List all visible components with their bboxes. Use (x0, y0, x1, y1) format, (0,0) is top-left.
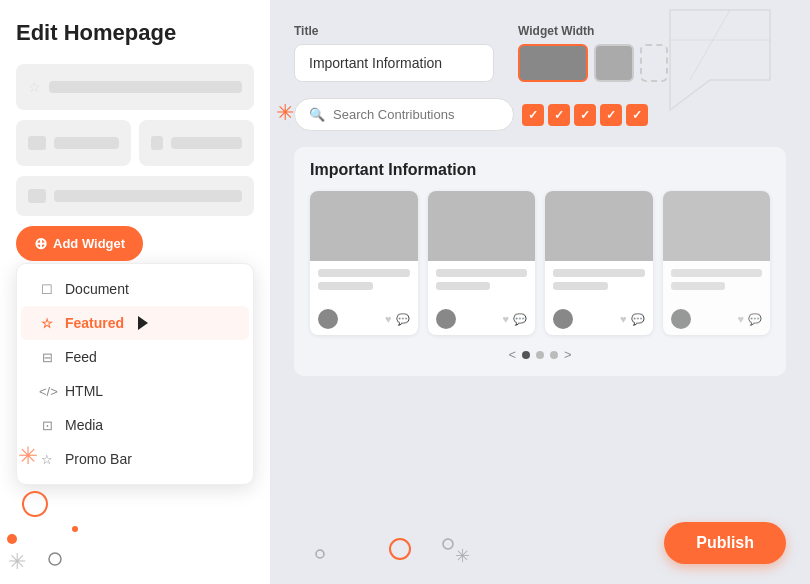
comment-icon-1[interactable]: 💬 (396, 313, 410, 326)
card-footer-4: ♥ 💬 (663, 303, 771, 335)
placeholder-bar-3 (54, 190, 242, 202)
card-image-3 (545, 191, 653, 261)
doc-icon: ☐ (39, 282, 55, 297)
code-icon: </> (39, 384, 55, 399)
title-field-group: Title (294, 24, 494, 82)
dropdown-label-featured: Featured (65, 315, 124, 331)
avatar-3 (553, 309, 573, 329)
card-body-2 (428, 261, 536, 303)
search-filter-row: 🔍 (294, 98, 786, 131)
card-line-2b (436, 282, 491, 290)
publish-button[interactable]: Publish (664, 522, 786, 564)
card-body-1 (310, 261, 418, 303)
carousel-next[interactable]: > (564, 347, 572, 362)
card-line-2a (436, 269, 528, 277)
heart-icon-4[interactable]: ♥ (737, 313, 744, 325)
widget-type-dropdown: ☐ Document ☆ Featured ⊟ Feed </> HTML ⊡ … (16, 263, 254, 485)
card-actions-3: ♥ 💬 (620, 313, 645, 326)
widget-icon-3 (28, 189, 46, 203)
dropdown-item-feed[interactable]: ⊟ Feed (21, 340, 249, 374)
title-input[interactable] (294, 44, 494, 82)
width-full-option[interactable] (518, 44, 588, 82)
widget-preview-title: Important Information (310, 161, 770, 179)
dropdown-item-media[interactable]: ⊡ Media (21, 408, 249, 442)
width-half-option[interactable] (594, 44, 634, 82)
search-icon: 🔍 (309, 107, 325, 122)
svg-point-11 (316, 550, 324, 558)
featured-star-icon: ☆ (39, 316, 55, 331)
svg-point-9 (443, 539, 453, 549)
left-panel: Edit Homepage ☆ ⊕ Add Widget ☐ Document (0, 0, 270, 584)
widget-width-label: Widget Width (518, 24, 668, 38)
asterisk-deco: ✳ (276, 100, 294, 126)
card-3[interactable]: ♥ 💬 (545, 191, 653, 335)
filter-checkboxes (522, 104, 648, 126)
carousel-prev[interactable]: < (508, 347, 516, 362)
heart-icon-3[interactable]: ♥ (620, 313, 627, 325)
card-footer-3: ♥ 💬 (545, 303, 653, 335)
card-footer-1: ♥ 💬 (310, 303, 418, 335)
card-line-4a (671, 269, 763, 277)
card-line-3a (553, 269, 645, 277)
filter-checkbox-5[interactable] (626, 104, 648, 126)
dropdown-item-html[interactable]: </> HTML (21, 374, 249, 408)
card-actions-1: ♥ 💬 (385, 313, 410, 326)
card-1[interactable]: ♥ 💬 (310, 191, 418, 335)
star-icon: ☆ (28, 79, 41, 95)
comment-icon-4[interactable]: 💬 (748, 313, 762, 326)
svg-point-2 (7, 534, 17, 544)
card-line-1b (318, 282, 373, 290)
feed-icon: ⊟ (39, 350, 55, 365)
width-options (518, 44, 668, 82)
dropdown-item-featured[interactable]: ☆ Featured (21, 306, 249, 340)
dropdown-label-document: Document (65, 281, 129, 297)
heart-icon-2[interactable]: ♥ (502, 313, 509, 325)
card-actions-2: ♥ 💬 (502, 313, 527, 326)
svg-point-8 (390, 539, 410, 559)
search-area: ✳ 🔍 (294, 98, 786, 131)
card-line-1a (318, 269, 410, 277)
widget-item-1[interactable]: ☆ (16, 64, 254, 110)
filter-checkbox-3[interactable] (574, 104, 596, 126)
media-icon: ⊡ (39, 418, 55, 433)
add-widget-button[interactable]: ⊕ Add Widget (16, 226, 143, 261)
dot-1[interactable] (522, 351, 530, 359)
title-section: Title Widget Width (294, 24, 786, 82)
card-image-4 (663, 191, 771, 261)
heart-icon-1[interactable]: ♥ (385, 313, 392, 325)
carousel-dots: < > (310, 347, 770, 362)
card-body-4 (663, 261, 771, 303)
widget-row-2 (16, 120, 254, 166)
comment-icon-2[interactable]: 💬 (513, 313, 527, 326)
title-row: Title Widget Width (294, 24, 786, 82)
widget-item-3[interactable] (16, 176, 254, 216)
width-third-option[interactable] (640, 44, 668, 82)
widget-item-2b[interactable] (139, 120, 254, 166)
card-image-2 (428, 191, 536, 261)
widget-item-2a[interactable] (16, 120, 131, 166)
card-4[interactable]: ♥ 💬 (663, 191, 771, 335)
comment-icon-3[interactable]: 💬 (631, 313, 645, 326)
svg-point-1 (23, 492, 47, 516)
card-actions-4: ♥ 💬 (737, 313, 762, 326)
card-2[interactable]: ♥ 💬 (428, 191, 536, 335)
dot-3[interactable] (550, 351, 558, 359)
right-panel: Title Widget Width ✳ 🔍 (270, 0, 810, 584)
bottom-decorations: ✳ (300, 514, 500, 574)
cursor-icon (138, 316, 148, 330)
svg-point-4 (49, 553, 61, 565)
placeholder-bar-2a (54, 137, 119, 149)
filter-checkbox-2[interactable] (548, 104, 570, 126)
card-image-1 (310, 191, 418, 261)
page-title: Edit Homepage (16, 20, 254, 46)
dropdown-label-html: HTML (65, 383, 103, 399)
dot-2[interactable] (536, 351, 544, 359)
cards-row: ♥ 💬 ♥ 💬 (310, 191, 770, 335)
dropdown-item-promobar[interactable]: ☆ Promo Bar (21, 442, 249, 476)
search-box[interactable]: 🔍 (294, 98, 514, 131)
search-input[interactable] (333, 107, 499, 122)
filter-checkbox-4[interactable] (600, 104, 622, 126)
dropdown-item-document[interactable]: ☐ Document (21, 272, 249, 306)
card-footer-2: ♥ 💬 (428, 303, 536, 335)
filter-checkbox-1[interactable] (522, 104, 544, 126)
